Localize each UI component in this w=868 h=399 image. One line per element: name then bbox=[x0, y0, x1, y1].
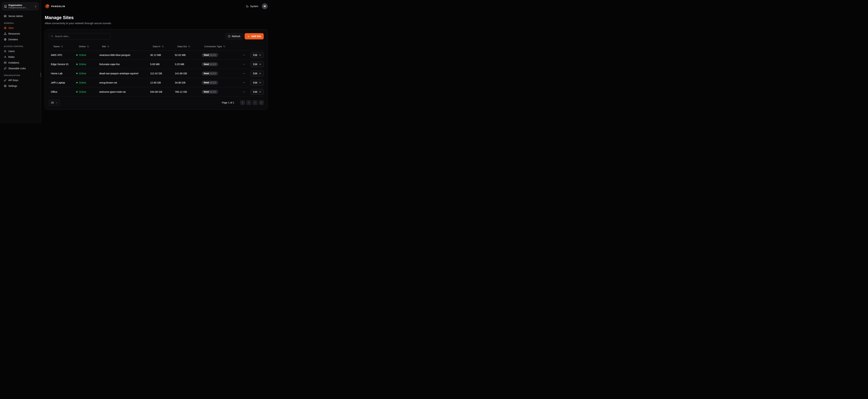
column-header-data-in[interactable]: Data In bbox=[148, 45, 173, 48]
connection-type-cell: Newtv1.3.2 bbox=[199, 53, 240, 57]
sidebar-item-label: Server Admin bbox=[8, 15, 23, 18]
page-indicator: Page 1 of 1 bbox=[222, 101, 234, 104]
tunnel-name-cell: dead-san-joaquin-antelope-squirrel bbox=[97, 72, 148, 75]
gear-icon bbox=[4, 85, 7, 87]
pagination-buttons bbox=[240, 100, 264, 105]
user-role-icon bbox=[4, 56, 7, 58]
column-header-online[interactable]: Online bbox=[74, 45, 97, 48]
search-icon bbox=[51, 35, 53, 37]
status-label: Online bbox=[79, 90, 86, 93]
app-root: Organization milo@fossorial.io's ... Ser… bbox=[0, 0, 272, 123]
sidebar-item-users[interactable]: Users bbox=[2, 49, 39, 54]
row-actions-button[interactable] bbox=[242, 89, 247, 94]
site-name-cell: Office bbox=[49, 90, 74, 93]
brand[interactable]: PANGOLIN bbox=[45, 4, 65, 9]
status-cell: Online bbox=[74, 81, 97, 84]
edit-button[interactable]: Edit bbox=[250, 61, 264, 67]
sidebar-item-resources[interactable]: Resources bbox=[2, 31, 39, 36]
sidebar-item-domains[interactable]: Domains bbox=[2, 37, 39, 42]
table-row: AWS VPC Online vivacious-little-blue-pen… bbox=[49, 51, 264, 60]
topbar-right: System M bbox=[246, 3, 268, 9]
row-actions-button[interactable] bbox=[242, 53, 247, 58]
online-dot bbox=[76, 54, 78, 56]
organization-icon bbox=[4, 5, 7, 8]
connection-badge: Newtv1.3.2 bbox=[202, 71, 218, 75]
table-row: Home Lab Online dead-san-joaquin-antelop… bbox=[49, 69, 264, 78]
column-header-connection-type[interactable]: Connection Type bbox=[199, 45, 240, 48]
connection-version: v1.3.2 bbox=[210, 82, 216, 84]
tunnel-name-cell: welcome-giant-mole-rat bbox=[97, 90, 148, 93]
data-out-cell: 34.80 GB bbox=[173, 81, 199, 84]
next-page-button[interactable] bbox=[253, 100, 257, 105]
connection-name: Newt bbox=[204, 72, 209, 75]
avatar[interactable]: M bbox=[262, 3, 268, 9]
connection-type-cell: Newtv1.3.2 bbox=[199, 90, 240, 94]
connection-version: v1.3.2 bbox=[210, 91, 216, 93]
sidebar-resize-handle[interactable] bbox=[40, 72, 41, 77]
sidebar-item-roles[interactable]: Roles bbox=[2, 54, 39, 60]
column-header-site[interactable]: Site bbox=[97, 45, 148, 48]
edit-button[interactable]: Edit bbox=[250, 89, 264, 95]
sidebar-item-api-keys[interactable]: API Keys bbox=[2, 78, 39, 83]
row-actions-button[interactable] bbox=[242, 62, 247, 67]
row-actions-button[interactable] bbox=[242, 71, 247, 76]
sidebar-item-sites[interactable]: Sites bbox=[2, 25, 39, 31]
arrow-right-icon bbox=[259, 54, 261, 56]
add-site-label: Add Site bbox=[251, 35, 261, 38]
connection-badge: Newtv1.3.2 bbox=[202, 53, 218, 57]
status-label: Online bbox=[79, 63, 86, 66]
column-label: Site bbox=[102, 45, 106, 48]
sidebar: Organization milo@fossorial.io's ... Ser… bbox=[0, 0, 41, 123]
search-input[interactable] bbox=[49, 33, 111, 39]
table-row: Edge Device 01 Online fortunate-cape-fox… bbox=[49, 60, 264, 69]
data-out-cell: 52.02 MB bbox=[173, 54, 199, 56]
column-header-data-out[interactable]: Data Out bbox=[173, 45, 199, 48]
org-subtitle: milo@fossorial.io's ... bbox=[8, 6, 33, 9]
plus-icon bbox=[247, 35, 250, 38]
status-cell: Online bbox=[74, 72, 97, 75]
sites-card: Refresh Add Site Name Onl bbox=[45, 29, 268, 110]
site-name-cell: Jeff's Laptop bbox=[49, 81, 74, 84]
theme-toggle[interactable]: System bbox=[246, 5, 258, 8]
sidebar-item-label: API Keys bbox=[8, 79, 19, 82]
sort-icon bbox=[223, 45, 225, 48]
org-title: Organization bbox=[8, 4, 33, 6]
column-label: Data Out bbox=[178, 45, 187, 48]
column-header-name[interactable]: Name bbox=[49, 45, 74, 48]
card-toolbar: Refresh Add Site bbox=[49, 33, 264, 39]
sidebar-item-label: Resources bbox=[8, 32, 20, 35]
previous-page-button[interactable] bbox=[246, 100, 251, 105]
column-label: Name bbox=[54, 45, 60, 48]
sort-icon bbox=[87, 45, 89, 48]
sidebar-item-settings[interactable]: Settings bbox=[2, 83, 39, 89]
globe-icon bbox=[4, 38, 7, 41]
page-size-select[interactable]: 20 bbox=[49, 100, 60, 105]
chevron-down-icon bbox=[55, 101, 58, 104]
edit-label: Edit bbox=[253, 81, 257, 84]
add-site-button[interactable]: Add Site bbox=[245, 33, 264, 39]
sidebar-item-invitations[interactable]: Invitations bbox=[2, 60, 39, 65]
brand-text: PANGOLIN bbox=[51, 5, 65, 8]
chevron-right-icon bbox=[254, 101, 256, 104]
refresh-button[interactable]: Refresh bbox=[225, 33, 243, 39]
sidebar-item-server-admin[interactable]: Server Admin bbox=[2, 13, 39, 19]
org-selector[interactable]: Organization milo@fossorial.io's ... bbox=[2, 2, 39, 10]
edit-button[interactable]: Edit bbox=[250, 80, 264, 86]
theme-label: System bbox=[250, 5, 258, 8]
row-actions-button[interactable] bbox=[242, 80, 247, 85]
table-header: Name Online Site Data In Data Out bbox=[49, 42, 264, 51]
connection-type-cell: Newtv1.3.2 bbox=[199, 71, 240, 75]
data-out-cell: 141.68 GB bbox=[173, 72, 199, 75]
first-page-button[interactable] bbox=[240, 100, 245, 105]
edit-button[interactable]: Edit bbox=[250, 52, 264, 58]
toolbar-actions: Refresh Add Site bbox=[225, 33, 264, 39]
last-page-button[interactable] bbox=[259, 100, 264, 105]
column-label: Connection Type bbox=[204, 45, 222, 48]
tunnel-name-cell: fortunate-cape-fox bbox=[97, 63, 148, 66]
sort-icon bbox=[107, 45, 110, 48]
edit-button[interactable]: Edit bbox=[250, 70, 264, 76]
status-label: Online bbox=[79, 54, 86, 56]
sidebar-item-shareable-links[interactable]: Shareable Links bbox=[2, 66, 39, 71]
status-label: Online bbox=[79, 81, 86, 84]
arrow-right-icon bbox=[259, 82, 261, 84]
